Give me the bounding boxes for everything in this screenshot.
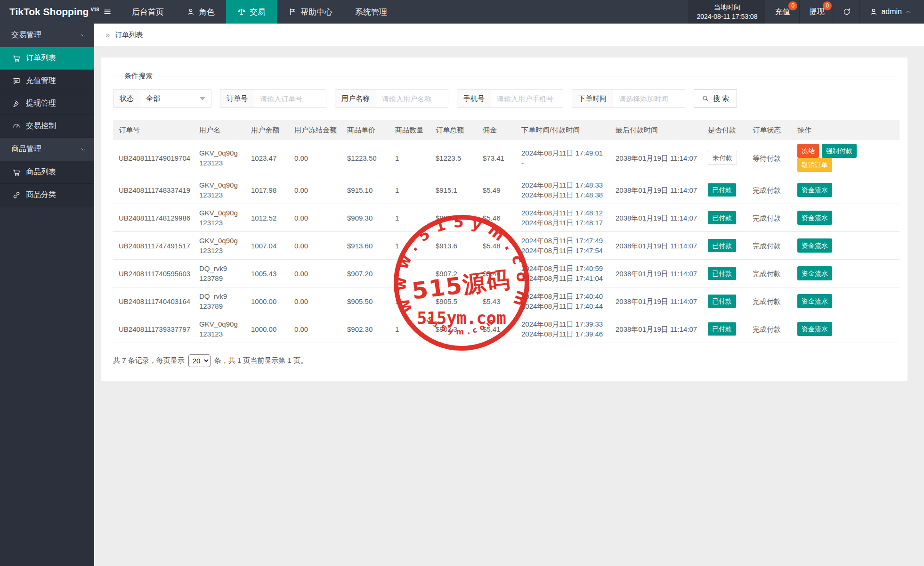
cell-order-time: 2024年08月11日 17:40:592024年08月11日 17:41:04 xyxy=(518,260,612,287)
cell-order-no: UB2408111748337419 xyxy=(113,176,195,204)
withdraw-nav-button[interactable]: 提现 0 xyxy=(799,0,834,24)
cell-commission: $5.43 xyxy=(479,287,518,315)
cell-paid: 已付款 xyxy=(704,176,749,204)
refresh-button[interactable] xyxy=(834,0,859,24)
cell-order-time: 2024年08月11日 17:47:492024年08月11日 17:47:54 xyxy=(518,232,612,260)
cell-username: DQ_rvk9123789 xyxy=(195,287,247,315)
cart-icon xyxy=(12,168,21,177)
cell-actions: 资金流水 xyxy=(794,204,900,232)
username: GKV_0q90g xyxy=(199,148,243,158)
user-name-filter-group: 用户名称 xyxy=(335,89,448,108)
pay-time: 2024年08月11日 17:47:54 xyxy=(521,246,608,255)
cell-unit-price: $1223.50 xyxy=(343,140,391,176)
pay-time: - xyxy=(521,158,608,168)
cell-commission: $5.44 xyxy=(479,260,518,287)
user-name-input[interactable] xyxy=(376,90,448,107)
orders-tbody: UB2408111749019704GKV_0q90g1231231023.47… xyxy=(113,140,900,343)
cancel-order-button[interactable]: 取消订单 xyxy=(797,158,832,172)
nav-item-system-management[interactable]: 系统管理 xyxy=(344,0,398,24)
cell-quantity: 1 xyxy=(391,140,432,176)
cell-frozen-amount: 0.00 xyxy=(291,232,343,260)
cell-quantity: 1 xyxy=(391,204,432,232)
cell-username: GKV_0q90g123123 xyxy=(195,315,247,343)
cell-order-time: 2024年08月11日 17:40:402024年08月11日 17:40:44 xyxy=(518,287,612,315)
sidebar-item-label: 充值管理 xyxy=(26,76,56,86)
phone-filter-group: 手机号 xyxy=(457,89,563,108)
cell-frozen-amount: 0.00 xyxy=(291,140,343,176)
fund-flow-button[interactable]: 资金流水 xyxy=(797,266,832,280)
nav-item-label: 系统管理 xyxy=(355,7,387,17)
sidebar-item-product-list[interactable]: 商品列表 xyxy=(0,161,94,184)
cell-paid: 已付款 xyxy=(704,204,749,232)
nav-item-label: 帮助中心 xyxy=(300,7,332,17)
page-size-select[interactable]: 20 xyxy=(188,354,211,367)
order-time-input[interactable] xyxy=(613,90,685,107)
local-time-value: 2024-08-11 17:53:08 xyxy=(697,12,757,21)
pagination: 共 7 条记录，每页显示 20 条，共 1 页当前显示第 1 页。 xyxy=(113,354,896,367)
user-id: 123123 xyxy=(199,218,243,228)
search-button[interactable]: 搜 索 xyxy=(694,89,737,108)
cell-quantity: 1 xyxy=(391,315,432,343)
recharge-count-badge: 0 xyxy=(788,1,797,10)
cell-commission: $5.41 xyxy=(479,315,518,343)
user-id: 123123 xyxy=(199,246,243,255)
cell-balance: 1000.00 xyxy=(247,287,291,315)
nav-item-trade[interactable]: 交易 xyxy=(226,0,277,24)
cell-last-pay-time: 2038年01月19日 11:14:07 xyxy=(612,260,704,287)
force-pay-button[interactable]: 强制付款 xyxy=(822,144,857,158)
cell-order-time: 2024年08月11日 17:49:01- xyxy=(518,140,612,176)
sidebar-item-recharge-management[interactable]: 充值管理 xyxy=(0,70,94,92)
paid-badge: 已付款 xyxy=(708,322,736,336)
sidebar-item-trade-control[interactable]: 交易控制 xyxy=(0,115,94,138)
fund-flow-button[interactable]: 资金流水 xyxy=(797,238,832,253)
cell-status: 完成付款 xyxy=(749,232,794,260)
order-no-input[interactable] xyxy=(254,90,326,107)
sidebar-group-trade-management[interactable]: 交易管理 xyxy=(0,24,94,47)
cell-paid: 已付款 xyxy=(704,232,749,260)
collapse-sidebar-button[interactable] xyxy=(94,0,121,24)
orders-header-row: 订单号用户名用户余额用户冻结金额商品单价商品数量订单总额佣金下单时间/付款时间最… xyxy=(113,120,900,140)
fund-flow-button[interactable]: 资金流水 xyxy=(797,211,832,225)
table-row: UB2408111747491517GKV_0q90g1231231007.04… xyxy=(113,232,900,260)
table-row: UB2408111749019704GKV_0q90g1231231023.47… xyxy=(113,140,900,176)
cell-username: DQ_rvk9123789 xyxy=(195,260,247,287)
chev-down-icon xyxy=(80,32,87,39)
order-time: 2024年08月11日 17:40:40 xyxy=(521,291,608,301)
username: GKV_0q90g xyxy=(199,236,243,246)
freeze-button[interactable]: 冻结 xyxy=(797,144,819,158)
cell-commission: $5.49 xyxy=(479,176,518,204)
sidebar-group-product-management[interactable]: 商品管理 xyxy=(0,138,94,161)
status-select[interactable]: 全部 xyxy=(140,90,211,107)
username: GKV_0q90g xyxy=(199,180,243,190)
sidebar-item-withdraw-management[interactable]: 提现管理 xyxy=(0,92,94,115)
fund-flow-button[interactable]: 资金流水 xyxy=(797,183,832,197)
fund-flow-button[interactable]: 资金流水 xyxy=(797,294,832,308)
flag-icon xyxy=(288,8,297,16)
recharge-nav-button[interactable]: 充值 0 xyxy=(765,0,799,24)
user-menu[interactable]: admin xyxy=(859,0,924,24)
cell-frozen-amount: 0.00 xyxy=(291,315,343,343)
status-label: 状态 xyxy=(113,90,140,107)
cell-quantity: 1 xyxy=(391,260,432,287)
nav-item-help-center[interactable]: 帮助中心 xyxy=(277,0,344,24)
cell-commission: $5.46 xyxy=(479,204,518,232)
sidebar-item-label: 提现管理 xyxy=(26,98,56,108)
order-time: 2024年08月11日 17:40:59 xyxy=(521,263,608,273)
column-header: 订单号 xyxy=(113,120,195,140)
cell-total: $913.6 xyxy=(432,232,479,260)
cell-commission: $73.41 xyxy=(479,140,518,176)
nav-item-home[interactable]: 后台首页 xyxy=(121,0,175,24)
app-logo: TikTok Shopping V18 xyxy=(0,0,94,24)
phone-input[interactable] xyxy=(491,90,563,107)
sidebar-item-product-category[interactable]: 商品分类 xyxy=(0,184,94,206)
column-header: 用户余额 xyxy=(247,120,291,140)
cell-actions: 资金流水 xyxy=(794,176,900,204)
cell-paid: 未付款 xyxy=(704,140,749,176)
nav-item-roles[interactable]: 角色 xyxy=(175,0,226,24)
cell-frozen-amount: 0.00 xyxy=(291,260,343,287)
cell-username: GKV_0q90g123123 xyxy=(195,204,247,232)
user-id: 123123 xyxy=(199,190,243,200)
cell-paid: 已付款 xyxy=(704,260,749,287)
sidebar-item-order-list[interactable]: 订单列表 xyxy=(0,47,94,70)
fund-flow-button[interactable]: 资金流水 xyxy=(797,322,832,336)
